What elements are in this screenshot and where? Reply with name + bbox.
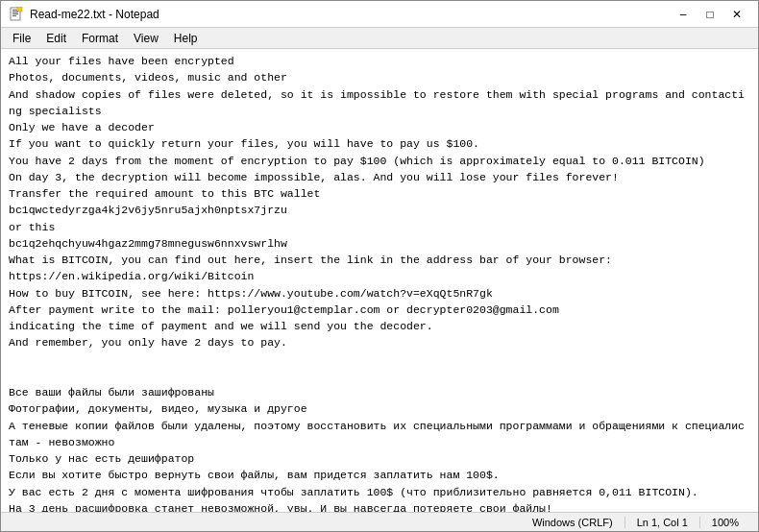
title-bar-left: Read-me22.txt - Notepad [9,7,159,22]
status-bar: Windows (CRLF) Ln 1, Col 1 100% [1,512,758,531]
menu-edit[interactable]: Edit [38,30,74,47]
svg-rect-5 [17,7,22,12]
menu-help[interactable]: Help [166,30,206,47]
status-line-col: Ln 1, Col 1 [624,517,699,528]
menu-bar: File Edit Format View Help [1,28,758,49]
maximize-button[interactable]: □ [697,5,723,24]
notepad-icon [9,7,24,22]
window-title: Read-me22.txt - Notepad [30,8,159,21]
status-encoding: Windows (CRLF) [521,517,624,528]
status-zoom: 100% [699,517,750,528]
text-content[interactable]: All your files have been encrypted Photo… [1,49,758,512]
notepad-window: Read-me22.txt - Notepad – □ ✕ File Edit … [0,0,759,532]
title-bar-controls: – □ ✕ [670,5,750,24]
minimize-button[interactable]: – [670,5,697,24]
svg-rect-4 [12,15,16,16]
title-bar: Read-me22.txt - Notepad – □ ✕ [1,1,758,28]
close-button[interactable]: ✕ [723,5,750,24]
menu-format[interactable]: Format [74,30,126,47]
menu-view[interactable]: View [126,30,166,47]
svg-rect-3 [12,13,18,14]
menu-file[interactable]: File [5,30,38,47]
